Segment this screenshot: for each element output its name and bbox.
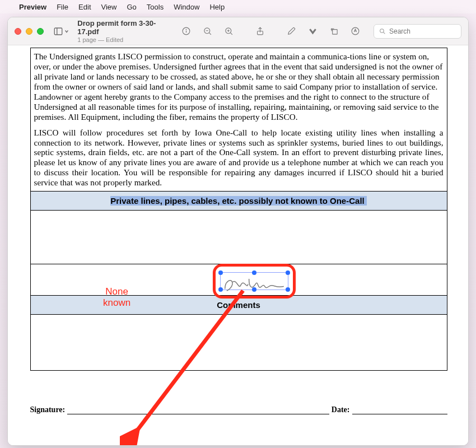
private-lines-header: Private lines, pipes, cables, etc. possi… [31, 191, 447, 210]
zoom-in-icon [224, 26, 234, 36]
signature-glyph [223, 275, 286, 293]
rotate-icon [329, 26, 339, 36]
comments-row [31, 314, 447, 370]
chevron-down-icon [308, 26, 318, 36]
svg-line-6 [209, 32, 211, 35]
markup-pen-icon [287, 26, 296, 36]
menu-help[interactable]: Help [209, 3, 225, 11]
signature-label: Signature: [30, 405, 66, 414]
markup-menu[interactable] [304, 24, 321, 39]
markup-button[interactable] [283, 24, 300, 39]
sidebar-toggle[interactable] [53, 24, 69, 39]
signature-bounding-box[interactable] [220, 272, 288, 290]
highlight-button[interactable] [347, 24, 363, 39]
menu-edit[interactable]: Edit [78, 3, 91, 11]
close-icon[interactable] [15, 28, 21, 35]
date-label: Date: [332, 405, 350, 414]
menu-view[interactable]: View [101, 3, 117, 11]
sidebar-icon [53, 26, 63, 36]
svg-line-16 [384, 32, 385, 34]
highlight-icon [351, 26, 360, 36]
document-title[interactable]: Drop permit form 3-30-17.pdf 1 page — Ed… [77, 19, 172, 43]
resize-handle-br[interactable] [286, 287, 290, 292]
permission-text-cell: The Undersigned grants LISCO permission … [31, 48, 447, 191]
resize-handle-bl[interactable] [218, 287, 223, 292]
svg-point-15 [380, 29, 384, 33]
signature-field [67, 404, 329, 414]
rotate-button[interactable] [325, 24, 342, 39]
menu-file[interactable]: File [57, 3, 68, 11]
share-button[interactable] [251, 24, 268, 39]
fullscreen-icon[interactable] [37, 28, 44, 35]
window-controls [15, 28, 44, 35]
minimize-icon[interactable] [26, 28, 32, 35]
chevron-down-icon [64, 29, 69, 34]
resize-handle-tr[interactable] [286, 270, 290, 275]
app-menu[interactable]: Preview [19, 3, 46, 11]
search-icon [379, 27, 386, 35]
menu-window[interactable]: Window [174, 3, 199, 11]
toolbar [178, 24, 363, 39]
menubar: Preview File Edit View Go Tools Window H… [0, 0, 476, 13]
private-lines-row-1 [31, 210, 447, 264]
zoom-in-button[interactable] [220, 24, 237, 39]
svg-line-9 [230, 32, 232, 35]
search-field[interactable] [374, 24, 461, 39]
private-lines-header-text: Private lines, pipes, cables, etc. possi… [110, 196, 366, 206]
menu-go[interactable]: Go [127, 3, 136, 11]
search-input[interactable] [389, 27, 456, 35]
page-status: 1 page — Edited [77, 36, 172, 43]
paragraph-1: The Undersigned grants LISCO permission … [34, 52, 444, 122]
info-icon [181, 26, 191, 36]
signature-line: Signature: Date: [30, 404, 447, 414]
svg-rect-0 [54, 28, 62, 35]
titlebar: Drop permit form 3-30-17.pdf 1 page — Ed… [8, 17, 468, 45]
form-table: The Undersigned grants LISCO permission … [30, 48, 447, 371]
menu-tools[interactable]: Tools [147, 3, 164, 11]
resize-handle-tl[interactable] [218, 270, 223, 275]
share-icon [255, 26, 265, 36]
zoom-out-button[interactable] [199, 24, 216, 39]
info-button[interactable] [178, 24, 194, 39]
annotation-none-known-text: None known [103, 286, 130, 308]
zoom-out-icon [203, 26, 212, 36]
pdf-page: The Undersigned grants LISCO permission … [15, 45, 463, 431]
svg-point-4 [186, 29, 186, 30]
date-field [352, 404, 447, 414]
document-viewport[interactable]: The Undersigned grants LISCO permission … [8, 45, 468, 445]
filename: Drop permit form 3-30-17.pdf [77, 19, 172, 36]
signature-annotation-selected[interactable] [213, 264, 296, 298]
paragraph-2: LISCO will follow procedures set forth b… [34, 128, 444, 188]
svg-rect-13 [332, 30, 337, 35]
resize-handle-tm[interactable] [252, 270, 256, 275]
preview-window: Drop permit form 3-30-17.pdf 1 page — Ed… [7, 17, 469, 446]
annotation-none-known[interactable]: None known [103, 286, 130, 309]
